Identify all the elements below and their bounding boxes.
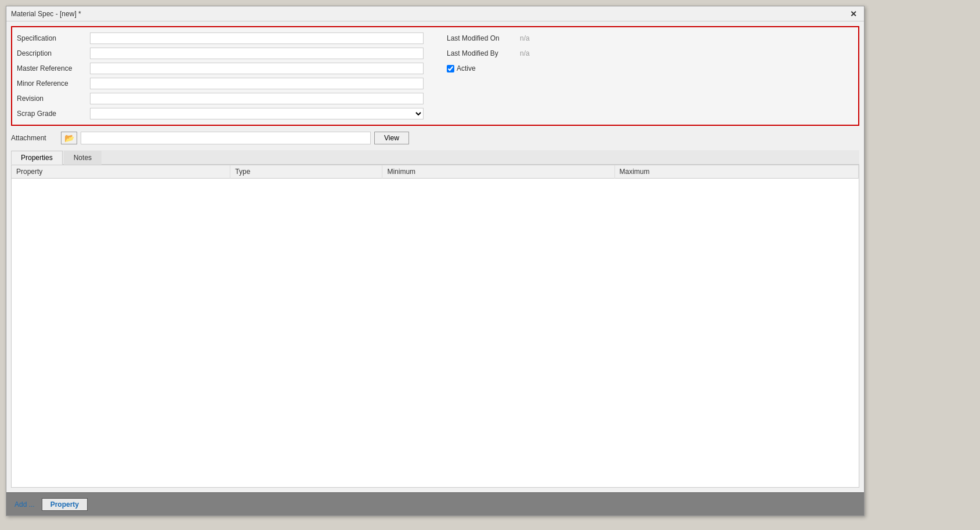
specification-input[interactable] [90,32,424,44]
specification-label: Specification [17,34,86,42]
scrap-grade-select[interactable] [90,108,424,119]
title-bar: Material Spec - [new] * ✕ [6,6,864,21]
last-modified-on-row: Last Modified On n/a [447,32,854,45]
active-label: Active [457,64,476,72]
window-title: Material Spec - [new] * [11,10,81,18]
col-property: Property [12,165,230,179]
last-modified-by-row: Last Modified By n/a [447,47,854,60]
revision-input[interactable] [90,93,424,104]
scrap-grade-label: Scrap Grade [17,110,86,118]
form-right: Last Modified On n/a Last Modified By n/… [435,32,854,120]
main-window: Material Spec - [new] * ✕ Specification … [6,6,865,516]
tab-properties[interactable]: Properties [11,151,63,165]
attachment-label: Attachment [11,134,57,142]
description-row: Description [17,47,424,60]
revision-label: Revision [17,95,86,103]
specification-row: Specification [17,32,424,45]
minor-reference-label: Minor Reference [17,79,86,88]
form-grid: Specification Description Master Referen… [17,32,854,120]
view-button[interactable]: View [374,132,409,144]
last-modified-by-value: n/a [520,49,530,57]
scrap-grade-row: Scrap Grade [17,107,424,120]
last-modified-on-value: n/a [520,34,530,42]
master-reference-label: Master Reference [17,64,86,72]
tabs-container: Properties Notes Property Type Minimum M… [11,150,859,488]
properties-table-container: Property Type Minimum Maximum [11,165,859,488]
revision-row: Revision [17,92,424,105]
col-minimum: Minimum [382,165,614,179]
close-button[interactable]: ✕ [848,9,859,19]
bottom-toolbar: Add ... Property [6,492,864,516]
last-modified-on-label: Last Modified On [447,34,516,42]
form-section: Specification Description Master Referen… [11,26,859,126]
col-type: Type [230,165,382,179]
tab-notes[interactable]: Notes [64,151,102,165]
property-button[interactable]: Property [42,498,88,511]
description-label: Description [17,49,86,57]
master-reference-row: Master Reference [17,62,424,75]
master-reference-input[interactable] [90,63,424,74]
active-checkbox[interactable] [447,65,454,72]
folder-icon: 📂 [64,133,74,143]
folder-button[interactable]: 📂 [61,132,77,144]
add-button[interactable]: Add ... [11,499,38,510]
active-row: Active [447,64,854,72]
attachment-row: Attachment 📂 View [11,130,859,146]
window-content: Specification Description Master Referen… [6,21,864,492]
minor-reference-input[interactable] [90,78,424,89]
form-left: Specification Description Master Referen… [17,32,435,120]
description-input[interactable] [90,48,424,59]
attachment-input[interactable] [81,132,371,144]
tabs-header: Properties Notes [11,150,859,165]
last-modified-by-label: Last Modified By [447,49,516,57]
col-maximum: Maximum [614,165,858,179]
minor-reference-row: Minor Reference [17,77,424,90]
table-header-row: Property Type Minimum Maximum [12,165,859,179]
properties-table: Property Type Minimum Maximum [12,165,859,179]
